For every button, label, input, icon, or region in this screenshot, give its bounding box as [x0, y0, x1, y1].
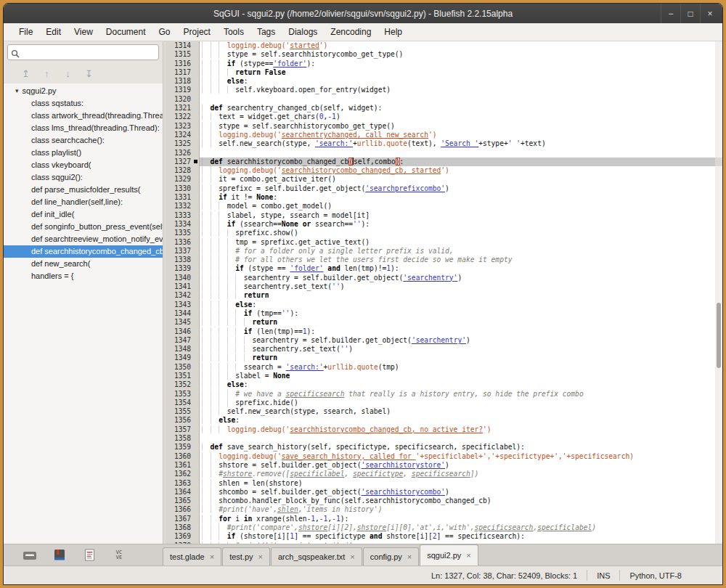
menu-item-help[interactable]: Help — [378, 24, 409, 40]
code-line[interactable]: it = combo.get_active_iter() — [200, 175, 722, 184]
line-number[interactable]: 1353 — [166, 390, 200, 399]
line-number[interactable]: 1333 — [166, 211, 200, 220]
code-line[interactable]: if (tmp==''): — [200, 309, 722, 318]
first-bookmark-button[interactable]: ↥ — [17, 65, 35, 81]
code-line[interactable]: # for all others we let the users first … — [200, 256, 722, 264]
line-number[interactable]: 1364 — [166, 488, 200, 497]
menu-item-project[interactable]: Project — [177, 24, 217, 40]
line-number[interactable]: 1365 — [166, 497, 200, 505]
code-line[interactable]: #print('compare',shstore[i][2],shstore[i… — [200, 523, 722, 532]
line-number[interactable]: 1329 — [166, 175, 200, 184]
previous-bookmark-button[interactable]: ↑ — [38, 65, 56, 81]
code-line[interactable]: def save_search_history(self, specificty… — [200, 443, 722, 452]
code-line[interactable]: slabel = None — [200, 372, 722, 380]
menu-item-tags[interactable]: Tags — [250, 24, 282, 40]
line-number[interactable]: 1328 — [166, 166, 200, 175]
code-line[interactable]: sprefixc.hide() — [200, 399, 722, 407]
menu-item-tools[interactable]: Tools — [217, 24, 250, 40]
code-line[interactable]: #shstore.remove([specificlabel, specific… — [200, 470, 722, 478]
code-line[interactable]: stype = self.searchhistorycombo_get_type… — [200, 50, 722, 59]
line-number[interactable]: 1358 — [166, 434, 200, 443]
code-line[interactable]: searchentry = self.builder.get_object('s… — [200, 274, 722, 282]
tree-root[interactable]: ▾ sqgui2.py — [4, 85, 163, 97]
line-number[interactable]: 1331 — [166, 193, 200, 202]
line-number[interactable]: 1343 — [166, 301, 200, 309]
tree-item[interactable]: class playlist() — [4, 147, 163, 159]
line-number[interactable]: 1321 — [166, 104, 200, 113]
line-number[interactable]: 1351 — [166, 372, 200, 380]
line-number[interactable]: 1334 — [166, 220, 200, 229]
code-line[interactable] — [200, 149, 722, 158]
tree-item[interactable]: def parse_musicfolder_results( — [4, 184, 163, 196]
search-input[interactable] — [7, 44, 159, 60]
close-button[interactable]: × — [700, 4, 719, 23]
line-number[interactable]: 1327 — [166, 158, 200, 166]
code-line[interactable]: if (shstore[i][1] == specifictype and sh… — [200, 532, 722, 541]
line-number[interactable]: 1355 — [166, 407, 200, 416]
maximize-button[interactable]: □ — [680, 4, 700, 23]
line-number[interactable]: 1370 — [166, 542, 200, 544]
line-number[interactable]: 1344 — [166, 309, 200, 318]
code-line[interactable]: ssearch = 'search:'+urllib.quote(tmp) — [200, 363, 722, 372]
code-line[interactable]: #print('item exists at i',i) — [200, 542, 722, 544]
line-number[interactable]: 1345 — [166, 318, 200, 327]
line-number[interactable]: 1322 — [166, 113, 200, 121]
titlebar[interactable]: SqGUI - sqgui2.py (/home2/olivier/sqgui/… — [4, 4, 722, 23]
line-number[interactable]: 1363 — [166, 479, 200, 488]
code-line[interactable]: logging.debug('save_search_history, call… — [200, 452, 722, 461]
code-line[interactable]: def searchhistorycombo_changed_cb(self,c… — [200, 158, 722, 166]
code-line[interactable]: # we have a specificsearch that really i… — [200, 390, 722, 399]
code-editor[interactable]: 1314 logging.debug('started')1315 stype … — [166, 41, 722, 544]
line-number[interactable]: 1314 — [166, 41, 200, 50]
next-bookmark-button[interactable]: ↓ — [59, 65, 77, 81]
line-number[interactable]: 1367 — [166, 515, 200, 523]
line-number[interactable]: 1362 — [166, 470, 200, 478]
code-line[interactable]: else: — [200, 380, 722, 389]
line-number[interactable]: 1346 — [166, 327, 200, 336]
scrollbar-thumb[interactable] — [717, 303, 721, 368]
menu-item-edit[interactable]: Edit — [39, 24, 68, 40]
menu-item-document[interactable]: Document — [99, 24, 152, 40]
document-tab-arch_sqspeaker.txt[interactable]: arch_sqspeaker.txt× — [271, 547, 362, 565]
line-number[interactable]: 1354 — [166, 399, 200, 407]
code-line[interactable]: #print('have',shlen,'items in history') — [200, 505, 722, 514]
tree-item[interactable]: handlers = { — [4, 270, 163, 282]
line-number[interactable]: 1324 — [166, 131, 200, 139]
menu-item-dialogs[interactable]: Dialogs — [282, 24, 324, 40]
snippets-tab-icon[interactable] — [81, 548, 98, 563]
line-number[interactable]: 1361 — [166, 461, 200, 470]
line-number[interactable]: 1326 — [166, 149, 200, 158]
expander-icon[interactable]: ▾ — [15, 87, 19, 95]
document-tab-config.py[interactable]: config.py× — [363, 547, 419, 565]
tab-close-icon[interactable]: × — [350, 552, 354, 561]
tree-item[interactable]: def line_handler(self,line): — [4, 196, 163, 208]
bookmarks-tab-icon[interactable] — [51, 548, 68, 563]
code-line[interactable]: searchentry = self.builder.get_object('s… — [200, 336, 722, 345]
tab-close-icon[interactable]: × — [466, 551, 470, 560]
tree-item[interactable]: def searchhistorycombo_changed_cb( — [4, 245, 163, 258]
code-line[interactable]: tmp = sprefixc.get_active_text() — [200, 238, 722, 247]
line-number[interactable]: 1357 — [166, 425, 200, 434]
last-bookmark-button[interactable]: ↧ — [80, 65, 98, 81]
line-number[interactable]: 1330 — [166, 184, 200, 193]
tree-item[interactable]: class sqgui2(): — [4, 171, 163, 184]
code-line[interactable]: else: — [200, 301, 722, 309]
code-line[interactable]: return — [200, 354, 722, 362]
code-line[interactable]: if (len(tmp)==1): — [200, 327, 722, 336]
code-line[interactable] — [200, 434, 722, 443]
code-line[interactable]: shcombo = self.builder.get_object('searc… — [200, 488, 722, 497]
code-line[interactable]: logging.debug('searchentrychanged, call … — [200, 131, 722, 139]
menu-item-zencoding[interactable]: Zencoding — [324, 24, 378, 40]
line-number[interactable]: 1352 — [166, 380, 200, 389]
line-number[interactable]: 1325 — [166, 139, 200, 148]
line-number[interactable]: 1317 — [166, 68, 200, 77]
tree-item[interactable]: def init_idle( — [4, 208, 163, 221]
code-line[interactable]: logging.debug('searchhistorycombo_change… — [200, 425, 722, 434]
code-line[interactable]: logging.debug('searchhistorycombo_change… — [200, 166, 722, 175]
line-number[interactable]: 1369 — [166, 532, 200, 541]
line-number[interactable]: 1339 — [166, 264, 200, 273]
code-line[interactable]: sprefixc.show() — [200, 229, 722, 237]
line-number[interactable]: 1350 — [166, 363, 200, 372]
code-line[interactable]: if it != None: — [200, 193, 722, 202]
line-number[interactable]: 1336 — [166, 238, 200, 247]
